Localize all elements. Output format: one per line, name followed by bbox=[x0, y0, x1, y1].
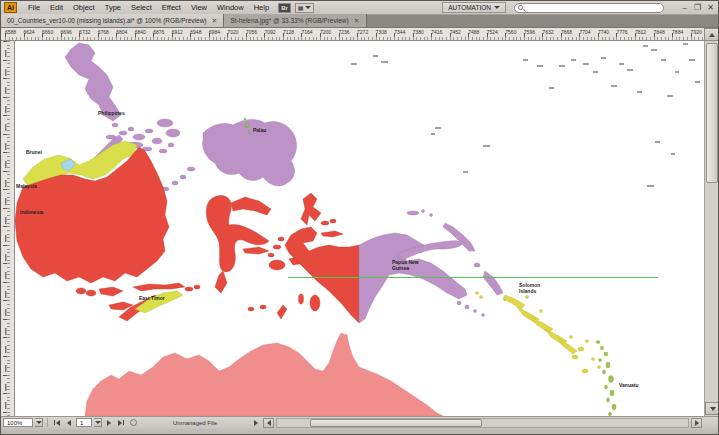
arrow-right-icon bbox=[107, 420, 111, 426]
minimize-button[interactable]: – bbox=[678, 2, 691, 14]
micro-label-mark bbox=[671, 153, 675, 155]
micro-label-mark bbox=[647, 185, 654, 187]
micro-label-mark bbox=[549, 87, 554, 89]
ruler-number: 6588 bbox=[5, 29, 16, 35]
ruler-number: 7740 bbox=[598, 29, 609, 35]
map-label: Palau bbox=[253, 128, 266, 134]
tab-close-icon[interactable]: ✕ bbox=[212, 17, 218, 24]
ruler-number: 6876 bbox=[153, 29, 164, 35]
horizontal-scrollbar-thumb[interactable] bbox=[310, 419, 483, 427]
menu-select[interactable]: Select bbox=[126, 1, 157, 14]
micro-label-mark bbox=[627, 69, 633, 71]
micro-label-mark bbox=[667, 95, 673, 97]
menu-file[interactable]: File bbox=[23, 1, 45, 14]
maximize-button[interactable]: ❐ bbox=[691, 2, 704, 14]
zoom-dropdown-button[interactable] bbox=[35, 418, 43, 427]
hscroll-right-button[interactable] bbox=[691, 418, 702, 428]
artboard-number-field[interactable]: 1 bbox=[76, 418, 92, 427]
arrange-documents-button[interactable]: ▦ bbox=[295, 3, 315, 13]
next-artboard-button[interactable] bbox=[104, 418, 114, 427]
menu-object[interactable]: Object bbox=[68, 1, 100, 14]
micro-label-mark bbox=[651, 49, 657, 51]
map-label: Solomon Islands bbox=[519, 283, 540, 295]
first-artboard-button[interactable] bbox=[52, 418, 62, 427]
ruler-number: 7704 bbox=[579, 29, 590, 35]
illustrator-window: { "menubar": { "app_icon": "Ai", "menus"… bbox=[0, 0, 719, 435]
document-tab[interactable]: St-helena.jpg* @ 33.33% (RGB/Preview)✕ bbox=[224, 14, 366, 27]
micro-label-mark bbox=[571, 59, 576, 61]
vscroll-up-button[interactable] bbox=[704, 28, 719, 41]
ruler-number: 7092 bbox=[264, 29, 275, 35]
arrow-up-icon bbox=[709, 33, 715, 37]
ruler-number: 6912 bbox=[172, 29, 183, 35]
ruler-number: 7164 bbox=[301, 29, 312, 35]
workspace-switcher[interactable]: AUTOMATION bbox=[442, 2, 506, 13]
last-artboard-button[interactable] bbox=[116, 418, 126, 427]
ruler-number: 7596 bbox=[524, 29, 535, 35]
map-label: East Timor bbox=[139, 296, 165, 302]
bridge-button[interactable]: Br bbox=[278, 3, 291, 13]
chevron-down-icon bbox=[95, 421, 101, 424]
vertical-scrollbar-thumb[interactable] bbox=[706, 43, 718, 183]
arrow-right-icon bbox=[118, 420, 122, 426]
ruler-number: 6696 bbox=[61, 29, 72, 35]
ruler-number: 7056 bbox=[246, 29, 257, 35]
micro-label-mark bbox=[601, 57, 606, 59]
ruler-number: 6624 bbox=[24, 29, 35, 35]
menu-effect[interactable]: Effect bbox=[157, 1, 186, 14]
ruler-number: 7452 bbox=[450, 29, 461, 35]
arrow-left-icon bbox=[56, 420, 60, 426]
map-label: Malaysia bbox=[16, 184, 37, 190]
chevron-down-icon bbox=[305, 6, 311, 9]
micro-label-mark bbox=[583, 63, 589, 65]
micro-label-mark bbox=[351, 63, 357, 65]
ruler-number: 7524 bbox=[487, 29, 498, 35]
micro-label-mark bbox=[661, 59, 666, 61]
green-guide-line[interactable] bbox=[288, 277, 658, 278]
map-label: Vanuatu bbox=[619, 383, 638, 389]
horizontal-ruler[interactable]: 6588662466606696673267686804684068766912… bbox=[1, 28, 704, 41]
micro-label-mark bbox=[483, 145, 490, 147]
artboard-canvas[interactable]: PhilippinesBruneiMalaysiaIndonesiaEast T… bbox=[15, 41, 704, 416]
micro-label-mark bbox=[593, 71, 598, 73]
map-label: Indonesia bbox=[20, 210, 43, 216]
workspace-label: AUTOMATION bbox=[448, 4, 491, 11]
close-button[interactable]: ✕ bbox=[704, 2, 717, 14]
ruler-number: 6804 bbox=[116, 29, 127, 35]
ruler-number: 7308 bbox=[376, 29, 387, 35]
vertical-ruler[interactable] bbox=[1, 41, 15, 416]
micro-label-mark bbox=[431, 133, 435, 135]
ruler-number: 7488 bbox=[468, 29, 479, 35]
status-bar: 100% 1 Unmanaged File bbox=[1, 416, 719, 428]
chevron-down-icon bbox=[36, 421, 42, 424]
prev-artboard-button[interactable] bbox=[64, 418, 74, 427]
search-input[interactable] bbox=[514, 3, 664, 13]
micro-label-mark bbox=[675, 71, 679, 73]
zoom-level-field[interactable]: 100% bbox=[3, 418, 33, 427]
divider bbox=[47, 418, 48, 427]
menu-type[interactable]: Type bbox=[100, 1, 126, 14]
ruler-number: 6984 bbox=[209, 29, 220, 35]
menu-view[interactable]: View bbox=[186, 1, 212, 14]
micro-label-mark bbox=[689, 59, 695, 61]
menu-edit[interactable]: Edit bbox=[45, 1, 68, 14]
arrow-left-icon bbox=[67, 420, 71, 426]
menu-help[interactable]: Help bbox=[249, 1, 274, 14]
horizontal-scrollbar[interactable] bbox=[276, 418, 689, 428]
tab-label: St-helena.jpg* @ 33.33% (RGB/Preview) bbox=[230, 17, 348, 24]
ruler-number: 7812 bbox=[635, 29, 646, 35]
micro-label-mark bbox=[523, 59, 528, 61]
ruler-number: 7344 bbox=[394, 29, 405, 35]
tab-close-icon[interactable]: ✕ bbox=[354, 17, 360, 24]
ruler-number: 7632 bbox=[542, 29, 553, 35]
vertical-scrollbar[interactable] bbox=[704, 41, 719, 416]
ruler-number: 7236 bbox=[339, 29, 350, 35]
vscroll-down-button[interactable] bbox=[705, 402, 719, 415]
document-tab[interactable]: 00_Countries_ver10-00 (missing islands).… bbox=[1, 14, 224, 27]
hscroll-left-button[interactable] bbox=[263, 418, 274, 428]
artboard-dropdown-button[interactable] bbox=[94, 418, 102, 427]
arrow-left-icon bbox=[267, 420, 271, 426]
country-papua-new-guinea bbox=[359, 210, 507, 324]
status-menu-button[interactable] bbox=[251, 418, 261, 427]
menu-window[interactable]: Window bbox=[212, 1, 249, 14]
